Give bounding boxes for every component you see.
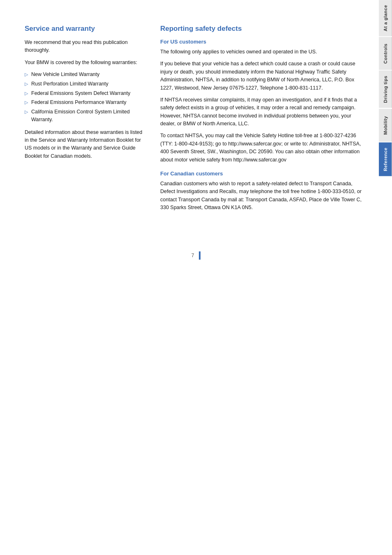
- sidebar-tab-controls[interactable]: Controls: [379, 37, 392, 70]
- sidebar-tab-at-a-glance[interactable]: At a glance: [379, 0, 392, 36]
- bullet-arrow-icon: ▷: [25, 81, 28, 88]
- service-warranty-title: Service and warranty: [25, 25, 144, 33]
- bullet-arrow-icon: ▷: [25, 90, 28, 97]
- intro-text-1: We recommend that you read this publicat…: [25, 39, 144, 55]
- intro-text-2: Your BMW is covered by the following war…: [25, 59, 144, 67]
- sidebar-tab-driving-tips[interactable]: Driving tips: [379, 71, 392, 108]
- us-para-1: The following only applies to vehicles o…: [160, 48, 362, 56]
- list-item: ▷ New Vehicle Limited Warranty: [25, 71, 144, 78]
- bullet-arrow-icon: ▷: [25, 108, 28, 115]
- us-customers-subtitle: For US customers: [160, 39, 362, 45]
- sidebar-tabs: At a glance Controls Driving tips Mobili…: [379, 0, 392, 555]
- warranty-list: ▷ New Vehicle Limited Warranty ▷ Rust Pe…: [25, 71, 144, 124]
- canada-para-1: Canadian customers who wish to report a …: [160, 180, 362, 212]
- footer-text: Detailed information about these warrant…: [25, 129, 144, 161]
- us-para-2: If you believe that your vehicle has a d…: [160, 60, 362, 92]
- page-number: 7: [191, 253, 194, 267]
- sidebar-tab-mobility[interactable]: Mobility: [379, 109, 392, 142]
- main-content: Service and warranty We recommend that y…: [0, 0, 379, 232]
- bullet-arrow-icon: ▷: [25, 71, 28, 78]
- canada-customers-subtitle: For Canadian customers: [160, 170, 362, 177]
- left-column: Service and warranty We recommend that y…: [25, 25, 144, 216]
- us-para-4: To contact NHTSA, you may call the Vehic…: [160, 132, 362, 164]
- sidebar-tab-reference[interactable]: Reference: [379, 143, 392, 176]
- list-item: ▷ California Emission Control System Lim…: [25, 108, 144, 124]
- list-item: ▷ Federal Emissions System Defect Warran…: [25, 90, 144, 97]
- page-container: At a glance Controls Driving tips Mobili…: [0, 0, 392, 555]
- us-para-3: If NHTSA receives similar complaints, it…: [160, 96, 362, 128]
- list-item: ▷ Federal Emissions Performance Warranty: [25, 99, 144, 106]
- page-accent-bar: [199, 251, 201, 260]
- reporting-safety-title: Reporting safety defects: [160, 25, 362, 33]
- bullet-arrow-icon: ▷: [25, 99, 28, 106]
- right-column: Reporting safety defects For US customer…: [160, 25, 362, 216]
- page-number-row: 7: [0, 244, 392, 267]
- list-item: ▷ Rust Perforation Limited Warranty: [25, 80, 144, 88]
